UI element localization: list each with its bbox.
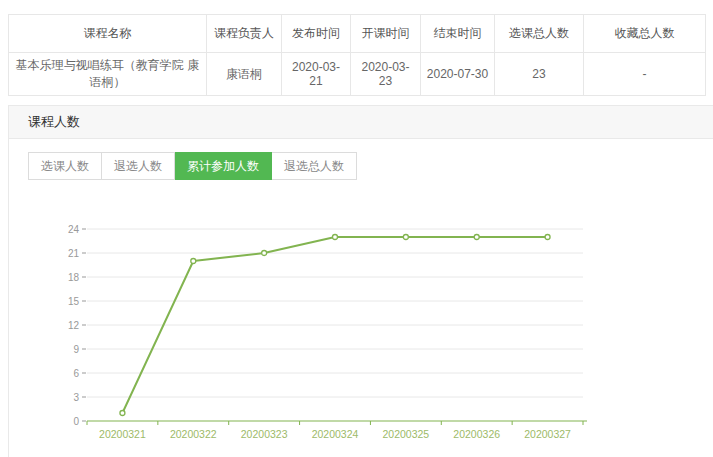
svg-text:20200327: 20200327 — [524, 428, 571, 440]
col-header-course-leader: 课程负责人 — [207, 15, 282, 53]
cell-start-time: 2020-03-23 — [351, 53, 421, 96]
svg-text:9: 9 — [73, 344, 79, 355]
course-numbers-panel: 课程人数 选课人数 退选人数 累计参加人数 退选总人数 036912151821… — [8, 105, 713, 457]
col-header-publish-time: 发布时间 — [282, 15, 351, 53]
svg-text:24: 24 — [68, 224, 80, 235]
cell-end-time: 2020-07-30 — [421, 53, 495, 96]
svg-text:20200322: 20200322 — [170, 428, 217, 440]
cell-total-favorites: - — [584, 53, 706, 96]
svg-text:0: 0 — [73, 416, 79, 427]
svg-text:3: 3 — [73, 392, 79, 403]
cell-publish-time: 2020-03-21 — [282, 53, 351, 96]
tab-withdrawn-count[interactable]: 退选人数 — [102, 152, 175, 180]
participants-line-chart: 0369121518212420200321202003222020032320… — [9, 191, 713, 453]
svg-text:18: 18 — [68, 272, 80, 283]
course-table-header-row: 课程名称 课程负责人 发布时间 开课时间 结束时间 选课总人数 收藏总人数 — [9, 15, 706, 53]
panel-title: 课程人数 — [28, 114, 80, 129]
svg-text:20200321: 20200321 — [99, 428, 146, 440]
panel-header: 课程人数 — [9, 106, 713, 139]
svg-text:20200325: 20200325 — [382, 428, 429, 440]
cell-total-enrolled: 23 — [495, 53, 584, 96]
svg-text:20200324: 20200324 — [312, 428, 359, 440]
col-header-start-time: 开课时间 — [351, 15, 421, 53]
course-table-row: 基本乐理与视唱练耳（教育学院 康语桐） 康语桐 2020-03-21 2020-… — [9, 53, 706, 96]
svg-text:15: 15 — [68, 296, 80, 307]
tab-total-withdrawn-count[interactable]: 退选总人数 — [272, 152, 357, 180]
course-table: 课程名称 课程负责人 发布时间 开课时间 结束时间 选课总人数 收藏总人数 基本… — [8, 14, 706, 96]
svg-text:20200326: 20200326 — [453, 428, 500, 440]
col-header-total-enrolled: 选课总人数 — [495, 15, 584, 53]
svg-text:20200323: 20200323 — [241, 428, 288, 440]
col-header-course-name: 课程名称 — [9, 15, 207, 53]
chart-tabs: 选课人数 退选人数 累计参加人数 退选总人数 — [28, 152, 357, 180]
svg-text:12: 12 — [68, 320, 80, 331]
svg-text:21: 21 — [68, 248, 80, 259]
col-header-total-favorites: 收藏总人数 — [584, 15, 706, 53]
col-header-end-time: 结束时间 — [421, 15, 495, 53]
cell-course-leader: 康语桐 — [207, 53, 282, 96]
svg-text:6: 6 — [73, 368, 79, 379]
tab-enrolled-count[interactable]: 选课人数 — [28, 152, 102, 180]
cell-course-name: 基本乐理与视唱练耳（教育学院 康语桐） — [9, 53, 207, 96]
tab-cumulative-participants[interactable]: 累计参加人数 — [175, 152, 272, 180]
